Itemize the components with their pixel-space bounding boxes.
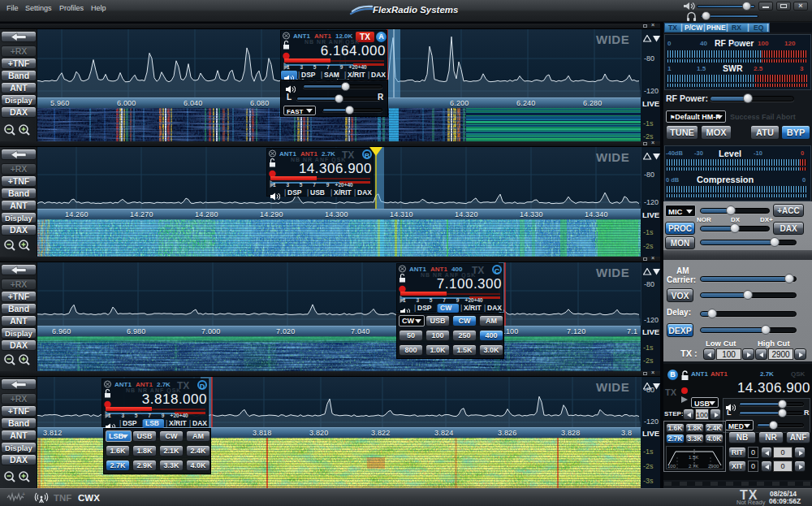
svg-text:2900: 2900: [708, 464, 719, 469]
svg-text:1.5K: 1.5K: [689, 455, 698, 460]
svg-text:100: 100: [667, 464, 676, 469]
svg-text:+: +: [22, 491, 25, 497]
svg-text:2.7K: 2.7K: [689, 464, 698, 469]
